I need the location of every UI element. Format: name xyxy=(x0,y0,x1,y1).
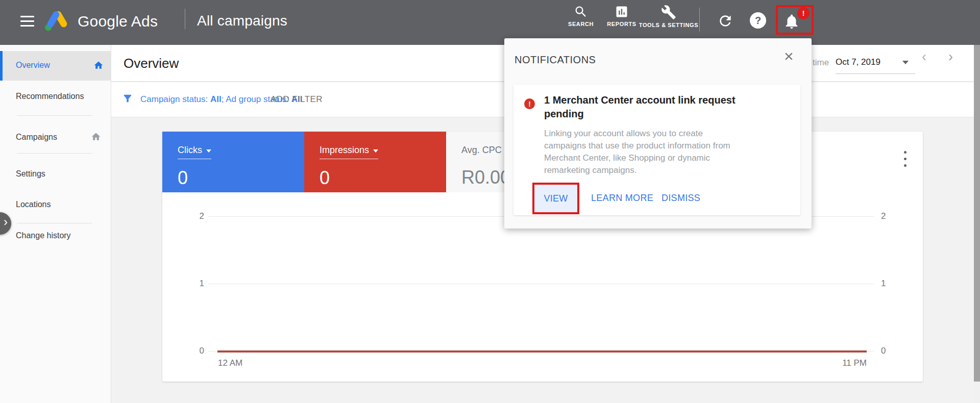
x-axis-tick: 11 PM xyxy=(837,358,867,368)
product-name: Google Ads xyxy=(78,13,158,30)
close-icon[interactable]: × xyxy=(784,47,794,66)
notification-title: 1 Merchant Center account link request p… xyxy=(544,93,758,121)
metric-label: Clicks xyxy=(178,145,202,155)
home-icon xyxy=(91,132,101,142)
chevron-down-icon[interactable] xyxy=(902,61,909,64)
filter-funnel-icon xyxy=(122,93,133,104)
notification-body: Linking your account allows you to creat… xyxy=(544,128,741,177)
divider xyxy=(185,9,185,29)
more-options-kebab-icon[interactable] xyxy=(904,151,907,171)
metric-label: Impressions xyxy=(320,145,369,155)
dismiss-button[interactable]: DISMISS xyxy=(662,193,700,204)
x-axis-tick: 12 AM xyxy=(218,358,242,368)
y-axis-tick-right: 1 xyxy=(881,279,901,289)
add-filter-button[interactable]: ADD FILTER xyxy=(271,94,323,105)
sidebar-item-label: Overview xyxy=(16,61,50,70)
chevron-down-icon xyxy=(206,149,211,153)
bar-chart-icon xyxy=(615,5,629,19)
notification-item-card: ! 1 Merchant Center account link request… xyxy=(513,85,800,215)
next-date-chevron[interactable]: › xyxy=(948,49,953,65)
divider xyxy=(17,223,92,223)
alert-badge-icon: ! xyxy=(524,98,535,109)
chart-flat-line xyxy=(217,350,867,352)
vertical-scrollbar-track xyxy=(974,45,980,403)
search-icon xyxy=(574,5,588,19)
top-app-bar: Google Ads All campaigns SEARCH REPORTS … xyxy=(0,0,980,45)
date-range-value[interactable]: Oct 7, 2019 xyxy=(836,57,880,67)
metric-label: Avg. CPC xyxy=(461,145,502,159)
notifications-popup: NOTIFICATIONS × ! 1 Merchant Center acco… xyxy=(504,38,812,229)
metric-card-clicks[interactable]: Clicks 0 xyxy=(162,132,304,192)
metric-value: 0 xyxy=(178,167,304,189)
y-axis-tick-right: 2 xyxy=(881,211,901,221)
chevron-down-icon xyxy=(373,149,378,153)
divider xyxy=(699,8,700,32)
y-axis-tick: 2 xyxy=(184,211,204,221)
date-range-prefix: time xyxy=(813,58,829,68)
vertical-scrollbar-thumb[interactable] xyxy=(974,45,980,382)
help-icon[interactable]: ? xyxy=(750,12,766,29)
notification-alert-badge: ! xyxy=(797,7,810,19)
chevron-right-icon: › xyxy=(4,215,8,229)
page-title: Overview xyxy=(124,56,179,71)
home-icon xyxy=(93,60,104,70)
menu-icon[interactable] xyxy=(20,16,34,27)
tools-settings-button[interactable]: TOOLS & SETTINGS xyxy=(635,5,702,28)
gridline xyxy=(208,284,874,284)
learn-more-button[interactable]: LEARN MORE xyxy=(591,193,653,204)
wrench-icon xyxy=(661,5,676,20)
divider xyxy=(836,73,915,74)
y-axis-tick-right: 0 xyxy=(881,346,901,356)
left-nav-sidebar: Overview Recommendations Campaigns Setti… xyxy=(0,45,111,403)
reports-label: REPORTS xyxy=(607,21,636,27)
google-ads-logo-icon xyxy=(45,11,69,32)
sidebar-item-overview[interactable]: Overview xyxy=(0,51,111,81)
view-button[interactable]: VIEW xyxy=(544,193,568,204)
metric-value: 0 xyxy=(320,167,446,189)
annotation-highlight-view: VIEW xyxy=(532,183,579,214)
y-axis-tick: 0 xyxy=(184,346,204,356)
refresh-icon[interactable] xyxy=(717,13,733,29)
previous-date-chevron[interactable]: ‹ xyxy=(922,49,926,65)
account-context-title: All campaigns xyxy=(197,13,287,29)
sidebar-expand-button[interactable]: › xyxy=(0,212,11,235)
divider xyxy=(17,153,92,154)
metric-card-impressions[interactable]: Impressions 0 xyxy=(304,132,446,192)
notifications-popup-title: NOTIFICATIONS xyxy=(514,54,596,66)
y-axis-tick: 1 xyxy=(184,279,204,289)
divider xyxy=(17,115,92,116)
tools-settings-label: TOOLS & SETTINGS xyxy=(639,22,698,28)
